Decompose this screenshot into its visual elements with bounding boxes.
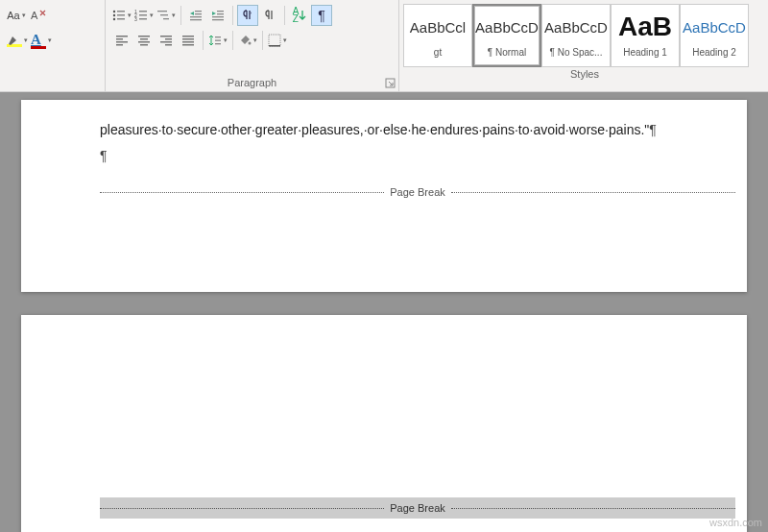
rtl-direction-button[interactable]: [259, 5, 280, 26]
svg-rect-16: [195, 11, 202, 12]
clear-formatting-button[interactable]: A: [28, 5, 49, 26]
text-highlight-button[interactable]: ▾: [6, 30, 29, 51]
style-preview: AaBbCcl: [410, 11, 466, 43]
paragraph-text[interactable]: pleasures·to·secure·other·greater·pleasu…: [100, 121, 735, 165]
svg-rect-36: [182, 36, 194, 37]
svg-rect-26: [116, 41, 128, 43]
style-name: ¶ No Spac...: [550, 43, 603, 60]
svg-rect-6: [117, 18, 125, 20]
page-break-indicator[interactable]: Page Break: [100, 186, 735, 198]
line-spacing-icon: [208, 34, 222, 47]
ribbon-group-font: Aa▾ A ▾ A▾: [0, 0, 106, 91]
svg-rect-44: [269, 35, 280, 46]
svg-rect-39: [182, 44, 194, 46]
svg-rect-25: [116, 38, 123, 40]
svg-rect-27: [116, 44, 123, 46]
body-text: pleasures·to·secure·other·greater·pleasu…: [100, 122, 649, 137]
align-left-button[interactable]: [111, 30, 132, 51]
bullets-icon: [112, 9, 126, 22]
indent-icon: [211, 9, 225, 22]
svg-rect-42: [215, 43, 221, 44]
svg-text:3: 3: [134, 16, 137, 22]
page-break-label: Page Break: [384, 186, 450, 198]
svg-rect-14: [160, 14, 168, 15]
align-center-button[interactable]: [133, 30, 155, 51]
style-item-3[interactable]: AaBHeading 1: [611, 4, 680, 67]
ltr-direction-button[interactable]: [237, 5, 258, 26]
svg-point-1: [113, 11, 115, 12]
borders-icon: [268, 34, 281, 47]
align-center-icon: [137, 34, 151, 47]
decrease-indent-button[interactable]: [185, 5, 206, 26]
svg-point-43: [249, 42, 252, 45]
align-right-icon: [159, 34, 173, 47]
show-hide-marks-button[interactable]: ¶: [311, 5, 332, 26]
style-name: gt: [434, 43, 442, 60]
ribbon-group-paragraph: ▾ 123▾ ▾: [106, 0, 399, 91]
borders-button[interactable]: ▾: [267, 30, 288, 51]
svg-rect-22: [212, 16, 224, 17]
page-break-selected[interactable]: Page Break: [100, 497, 735, 519]
align-right-button[interactable]: [156, 30, 177, 51]
svg-rect-10: [139, 14, 147, 16]
svg-rect-30: [138, 41, 150, 43]
svg-rect-20: [217, 11, 224, 12]
multilevel-list-button[interactable]: ▾: [156, 5, 177, 26]
svg-rect-35: [165, 44, 172, 46]
style-item-2[interactable]: AaBbCcD¶ No Spac...: [541, 4, 611, 67]
svg-rect-17: [195, 13, 202, 14]
group-label-empty: [6, 76, 99, 91]
numbering-icon: 123: [134, 9, 148, 22]
svg-rect-13: [157, 11, 167, 12]
svg-rect-45: [269, 45, 280, 47]
svg-rect-24: [116, 36, 128, 37]
svg-rect-37: [182, 38, 194, 40]
font-color-button[interactable]: A▾: [30, 30, 53, 51]
numbering-button[interactable]: 123▾: [133, 5, 155, 26]
align-left-icon: [115, 34, 129, 47]
svg-rect-19: [190, 19, 202, 20]
svg-rect-2: [117, 11, 125, 12]
svg-rect-4: [117, 14, 125, 16]
svg-point-5: [113, 18, 115, 20]
ribbon: Aa▾ A ▾ A▾: [0, 0, 768, 92]
increase-indent-button[interactable]: [207, 5, 228, 26]
justify-button[interactable]: [178, 30, 199, 51]
justify-icon: [181, 34, 195, 47]
svg-rect-15: [163, 18, 169, 19]
style-name: Heading 1: [623, 43, 667, 60]
line-spacing-button[interactable]: ▾: [207, 30, 228, 51]
svg-rect-31: [140, 44, 148, 46]
pilcrow-mark: ¶: [100, 148, 108, 163]
page-break-label: Page Break: [384, 502, 450, 514]
page-2[interactable]: Page Break: [21, 315, 747, 532]
style-preview: AaBbCcD: [683, 11, 746, 43]
svg-rect-40: [215, 36, 221, 37]
svg-rect-34: [160, 41, 172, 43]
outdent-icon: [189, 9, 203, 22]
pilcrow-mark: ¶: [649, 122, 657, 137]
svg-rect-28: [138, 36, 150, 37]
shading-button[interactable]: ▾: [237, 30, 258, 51]
svg-rect-23: [212, 19, 224, 20]
svg-point-3: [113, 14, 115, 16]
paragraph-dialog-launcher[interactable]: [385, 78, 396, 89]
style-preview: AaBbCcD: [475, 11, 539, 43]
sort-button[interactable]: AZ: [289, 5, 310, 26]
style-preview: AaB: [618, 11, 672, 43]
change-case-button[interactable]: Aa▾: [6, 5, 27, 26]
style-item-4[interactable]: AaBbCcDHeading 2: [680, 4, 749, 67]
style-name: ¶ Normal: [488, 43, 526, 60]
svg-rect-32: [160, 36, 172, 37]
bullets-button[interactable]: ▾: [111, 5, 132, 26]
page-1[interactable]: pleasures·to·secure·other·greater·pleasu…: [21, 100, 747, 292]
style-item-1[interactable]: AaBbCcD¶ Normal: [472, 4, 541, 67]
styles-group-label: Styles: [403, 67, 766, 83]
watermark: wsxdn.com: [709, 517, 762, 528]
document-area: pleasures·to·secure·other·greater·pleasu…: [0, 92, 768, 532]
style-item-0[interactable]: AaBbCclgt: [403, 4, 472, 67]
ribbon-group-styles: AaBbCclgtAaBbCcD¶ NormalAaBbCcD¶ No Spac…: [399, 0, 768, 91]
paint-bucket-icon: [238, 34, 252, 47]
svg-text:A: A: [31, 10, 38, 21]
svg-rect-33: [165, 38, 172, 40]
